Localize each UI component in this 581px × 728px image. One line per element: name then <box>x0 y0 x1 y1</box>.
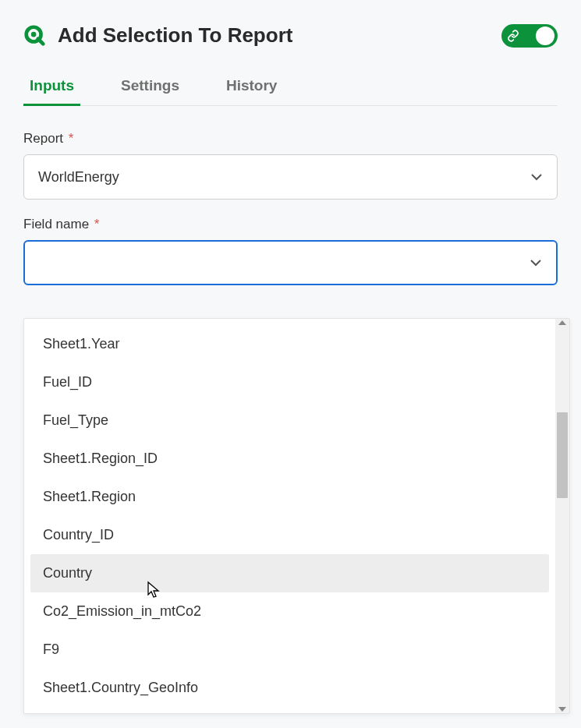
toggle-knob <box>536 27 554 45</box>
tab-settings[interactable]: Settings <box>115 69 186 105</box>
dropdown-option[interactable]: Sheet1.Year <box>30 325 549 363</box>
dropdown-option[interactable]: Sheet1.Country_GeoInfo <box>30 669 549 707</box>
field-name-group: Field name * <box>23 217 558 285</box>
dropdown-option[interactable]: Fuel_ID <box>30 363 549 401</box>
chevron-down-icon <box>530 256 542 269</box>
dropdown-option[interactable]: Fuel_Type <box>30 401 549 440</box>
report-select-value: WorldEnergy <box>38 169 119 186</box>
enable-toggle[interactable] <box>501 24 558 48</box>
dropdown-option[interactable]: Sheet1.Region <box>30 478 549 516</box>
required-marker: * <box>69 131 74 146</box>
dropdown-option[interactable]: Country_ID <box>30 516 549 554</box>
dropdown-option[interactable]: Co2_Emission_in_mtCo2 <box>30 592 549 631</box>
scroll-thumb[interactable] <box>557 412 568 498</box>
report-label: Report * <box>23 131 558 147</box>
scroll-up-icon[interactable] <box>558 320 566 325</box>
report-select[interactable]: WorldEnergy <box>23 154 558 200</box>
title-group: Add Selection To Report <box>23 23 292 48</box>
link-icon <box>505 27 522 44</box>
svg-point-1 <box>31 31 37 37</box>
options-list: Sheet1.YearFuel_IDFuel_TypeSheet1.Region… <box>24 319 555 713</box>
tabs: Inputs Settings History <box>23 69 558 106</box>
dropdown-option[interactable]: Sheet1.Region_ID <box>30 440 549 478</box>
field-name-dropdown: Sheet1.YearFuel_IDFuel_TypeSheet1.Region… <box>23 318 570 714</box>
page-title: Add Selection To Report <box>58 23 292 48</box>
scrollbar[interactable] <box>555 319 569 713</box>
scroll-down-icon[interactable] <box>558 707 566 712</box>
field-name-label-text: Field name <box>23 217 89 231</box>
required-marker: * <box>94 217 100 231</box>
field-name-select[interactable] <box>23 240 558 285</box>
report-label-text: Report <box>23 131 63 146</box>
field-name-label: Field name * <box>23 217 558 232</box>
tab-history[interactable]: History <box>220 69 283 105</box>
header: Add Selection To Report <box>23 23 558 48</box>
dropdown-option[interactable]: F9 <box>30 631 549 669</box>
chevron-down-icon <box>530 171 543 183</box>
tab-inputs[interactable]: Inputs <box>23 69 80 105</box>
app-logo-icon <box>23 24 47 48</box>
dropdown-option[interactable]: Country <box>30 554 549 592</box>
report-field-group: Report * WorldEnergy <box>23 131 558 200</box>
